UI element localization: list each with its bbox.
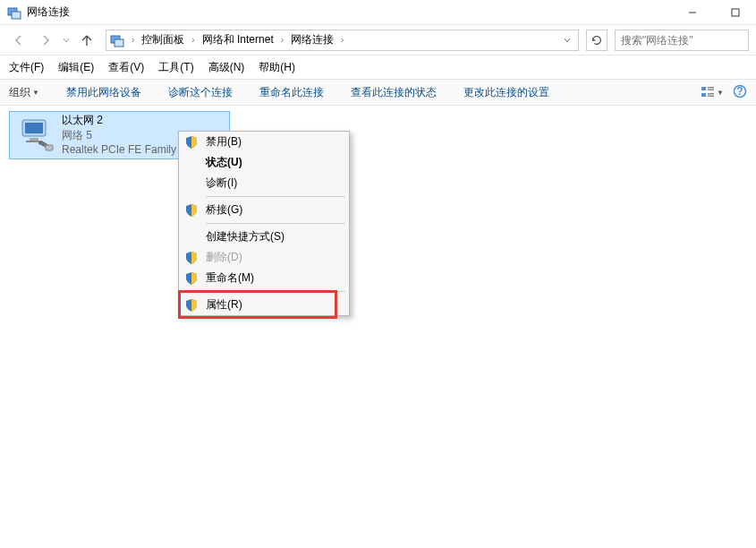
address-path[interactable]: › 控制面板 › 网络和 Internet › 网络连接 › [106,30,579,51]
organize-button[interactable]: 组织 ▼ [9,85,39,100]
chevron-right-icon[interactable]: › [337,35,347,45]
svg-rect-16 [30,138,38,141]
menubar: 文件(F) 编辑(E) 查看(V) 工具(T) 高级(N) 帮助(H) [0,56,756,79]
menu-tools[interactable]: 工具(T) [158,60,193,75]
dropdown-arrow-icon: ▼ [717,89,724,97]
rename-button[interactable]: 重命名此连接 [259,85,324,100]
maximize-button[interactable] [722,4,749,21]
menu-separator [206,196,345,197]
view-mode-button[interactable]: ▼ [701,86,724,98]
svg-rect-9 [701,93,706,97]
menu-item-label: 桥接(G) [206,202,242,218]
context-menu-item: 删除(D) [179,247,349,268]
refresh-button[interactable] [586,30,607,51]
breadcrumb-item[interactable]: 控制面板 [140,32,186,47]
breadcrumb-item[interactable]: 网络连接 [289,32,336,47]
menu-view[interactable]: 查看(V) [108,60,144,75]
menu-separator [206,223,345,224]
svg-rect-10 [708,93,714,95]
context-menu-item[interactable]: 重命名(M) [179,268,349,288]
connection-network: 网络 5 [62,128,176,143]
menu-file[interactable]: 文件(F) [9,60,44,75]
menu-item-label: 状态(U) [206,155,242,170]
content-area: 以太网 2 网络 5 Realtek PCIe FE Family [0,106,756,165]
chevron-right-icon[interactable]: › [277,35,287,45]
dropdown-arrow-icon[interactable] [560,34,574,47]
svg-rect-18 [46,145,53,150]
menu-separator [206,291,345,292]
svg-text:?: ? [736,84,743,97]
network-connections-icon [7,5,21,20]
window-controls [679,4,749,21]
up-button[interactable] [75,29,98,52]
svg-rect-3 [732,9,739,16]
organize-label: 组织 [9,85,30,100]
diagnose-button[interactable]: 诊断这个连接 [168,85,233,100]
context-menu-item[interactable]: 禁用(B) [179,132,349,152]
svg-rect-6 [701,87,706,90]
toolbar: 组织 ▼ 禁用此网络设备 诊断这个连接 重命名此连接 查看此连接的状态 更改此连… [0,79,756,106]
search-box[interactable] [615,30,749,51]
addressbar: › 控制面板 › 网络和 Internet › 网络连接 › [0,25,756,56]
context-menu-item[interactable]: 状态(U) [179,152,349,173]
shield-icon [184,298,199,313]
svg-rect-5 [115,39,123,47]
context-menu-item[interactable]: 属性(R) [179,295,349,315]
svg-rect-8 [708,90,714,91]
context-menu-item[interactable]: 创建快捷方式(S) [179,227,349,247]
svg-rect-1 [12,12,21,19]
chevron-right-icon[interactable]: › [128,35,138,45]
context-menu-item[interactable]: 桥接(G) [179,200,349,220]
menu-item-label: 创建快捷方式(S) [206,229,285,244]
context-menu: 禁用(B)状态(U)诊断(I)桥接(G)创建快捷方式(S)删除(D)重命名(M)… [178,131,350,316]
menu-advanced[interactable]: 高级(N) [208,60,245,75]
window-title: 网络连接 [27,4,679,20]
menu-item-label: 属性(R) [206,297,242,313]
network-connections-icon [110,33,124,47]
svg-rect-15 [25,123,43,133]
shield-icon [184,135,199,150]
shield-icon [184,251,199,265]
back-button[interactable] [7,29,30,52]
ethernet-adapter-icon [17,116,55,154]
menu-item-label: 删除(D) [206,250,242,265]
connection-name: 以太网 2 [62,113,176,128]
menu-help[interactable]: 帮助(H) [259,60,295,75]
menu-item-label: 重命名(M) [206,270,254,286]
svg-rect-17 [26,141,42,142]
menu-edit[interactable]: 编辑(E) [58,60,94,75]
svg-rect-11 [708,96,714,98]
dropdown-arrow-icon: ▼ [32,89,39,97]
minimize-button[interactable] [679,4,706,21]
titlebar: 网络连接 [0,0,756,25]
shield-icon [184,271,199,286]
menu-item-label: 诊断(I) [206,176,237,191]
svg-rect-7 [708,87,714,89]
search-input[interactable] [621,34,743,47]
connection-adapter: Realtek PCIe FE Family [62,142,176,158]
history-dropdown[interactable] [61,29,72,52]
view-controls: ▼ ? [701,84,747,101]
breadcrumb-item[interactable]: 网络和 Internet [200,32,276,47]
disable-device-button[interactable]: 禁用此网络设备 [66,85,141,100]
view-status-button[interactable]: 查看此连接的状态 [351,85,437,100]
change-settings-button[interactable]: 更改此连接的设置 [463,85,549,100]
context-menu-item[interactable]: 诊断(I) [179,173,349,193]
forward-button[interactable] [34,29,57,52]
chevron-right-icon[interactable]: › [188,35,198,45]
menu-item-label: 禁用(B) [206,134,242,150]
shield-icon [184,203,199,218]
help-button[interactable]: ? [733,84,747,101]
connection-text: 以太网 2 网络 5 Realtek PCIe FE Family [62,113,176,158]
